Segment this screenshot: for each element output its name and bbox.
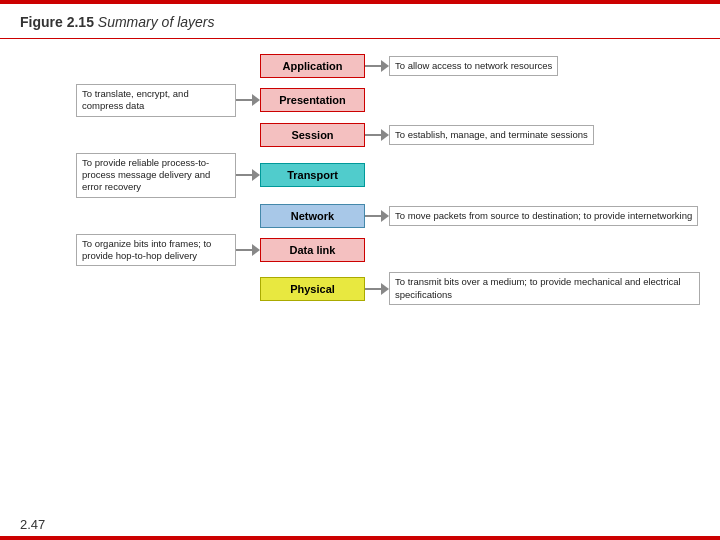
layers-diagram: ApplicationTo allow access to network re… (20, 54, 700, 307)
page-header: Figure 2.15 Summary of layers (0, 4, 720, 39)
layer-row: To organize bits into frames; to provide… (20, 234, 700, 267)
right-description: To move packets from source to destinati… (389, 206, 698, 226)
page-footer: 2.47 (20, 517, 45, 532)
right-description: To allow access to network resources (389, 56, 558, 76)
layer-row: ApplicationTo allow access to network re… (20, 54, 700, 78)
figure-title: Figure 2.15 Summary of layers (20, 14, 215, 30)
layer-row: To provide reliable process-to-process m… (20, 153, 700, 198)
layer-row: SessionTo establish, manage, and termina… (20, 123, 700, 147)
main-content: ApplicationTo allow access to network re… (0, 39, 720, 317)
right-description: To establish, manage, and terminate sess… (389, 125, 594, 145)
layer-box-data-link: Data link (260, 238, 365, 262)
layer-box-physical: Physical (260, 277, 365, 301)
left-description: To organize bits into frames; to provide… (76, 234, 236, 267)
layer-row: To translate, encrypt, and compress data… (20, 84, 700, 117)
page-number: 2.47 (20, 517, 45, 532)
layer-box-transport: Transport (260, 163, 365, 187)
left-description: To translate, encrypt, and compress data (76, 84, 236, 117)
layer-row: NetworkTo move packets from source to de… (20, 204, 700, 228)
right-description: To transmit bits over a medium; to provi… (389, 272, 700, 305)
left-description: To provide reliable process-to-process m… (76, 153, 236, 198)
layer-box-presentation: Presentation (260, 88, 365, 112)
layer-box-network: Network (260, 204, 365, 228)
layer-box-application: Application (260, 54, 365, 78)
layer-box-session: Session (260, 123, 365, 147)
layer-row: PhysicalTo transmit bits over a medium; … (20, 272, 700, 305)
